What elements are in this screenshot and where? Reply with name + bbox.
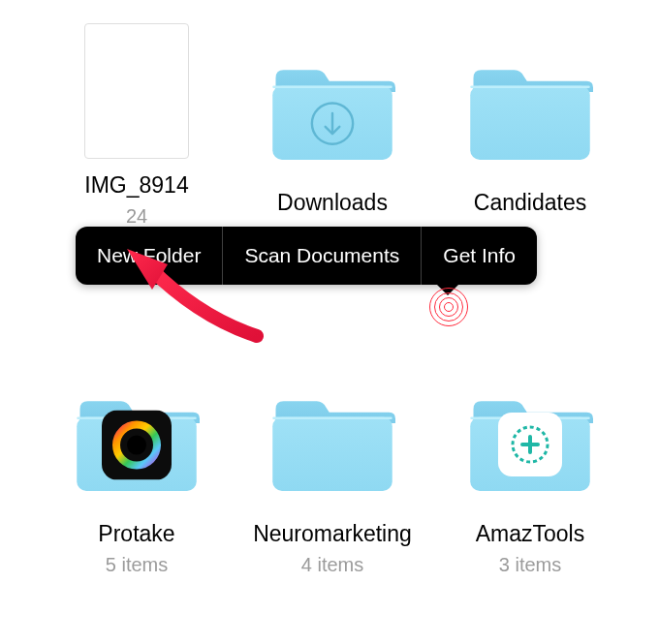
item-label: AmazTools (443, 521, 617, 548)
context-menu-new-folder[interactable]: New Folder (76, 227, 222, 285)
grid-item-folder-candidates[interactable]: Candidates (438, 41, 622, 217)
folder-icon (269, 50, 395, 176)
item-sublabel: 3 items (499, 554, 561, 576)
grid-item-folder-protake[interactable]: Protake 5 items (45, 372, 229, 576)
grid-item-folder-downloads[interactable]: Downloads (240, 41, 424, 217)
file-grid: IMG_8914 24 Downloads Candidates (0, 0, 659, 644)
item-label: Downloads (245, 190, 420, 217)
item-label: Protake (49, 521, 224, 548)
item-sublabel: 24 (126, 205, 147, 228)
protake-app-icon (102, 411, 172, 484)
grid-item-folder-amaztools[interactable]: AmazTools 3 items (438, 372, 622, 576)
item-label: Candidates (443, 190, 617, 217)
context-menu: New Folder Scan Documents Get Info (76, 227, 537, 285)
context-menu-pointer-icon (436, 284, 459, 295)
svg-point-6 (127, 436, 146, 455)
grid-item-folder-neuromarketing[interactable]: Neuromarketing 4 items (240, 372, 424, 576)
amaztools-app-icon (498, 413, 562, 480)
item-label: Neuromarketing (245, 521, 420, 548)
item-label: IMG_8914 (49, 172, 224, 199)
file-icon (84, 23, 189, 159)
context-menu-scan-documents[interactable]: Scan Documents (223, 227, 421, 285)
folder-icon (269, 382, 395, 507)
item-sublabel: 4 items (301, 554, 363, 576)
context-menu-get-info[interactable]: Get Info (422, 227, 537, 285)
item-sublabel: 5 items (106, 554, 168, 576)
grid-item-file[interactable]: IMG_8914 24 (45, 23, 229, 228)
folder-icon (467, 50, 593, 176)
